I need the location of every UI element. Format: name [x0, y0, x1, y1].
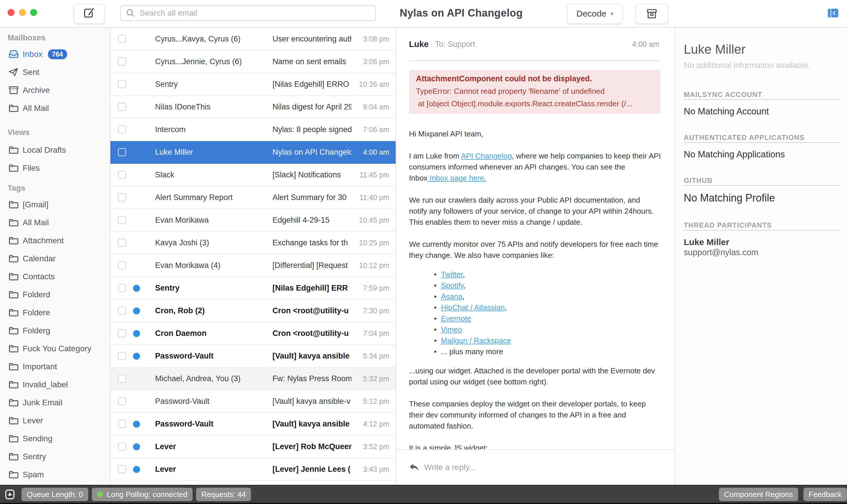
thread-checkbox[interactable] — [118, 171, 126, 179]
company-link[interactable]: Mailgun / Rackspace — [441, 336, 511, 345]
thread-list-row[interactable]: Alert Summary ReportAlert Summary for 30… — [110, 186, 395, 209]
thread-checkbox[interactable] — [118, 103, 126, 111]
sidebar-item-sending[interactable]: Sending — [0, 430, 110, 448]
thread-checkbox[interactable] — [118, 57, 126, 66]
reply-bar[interactable]: Write a reply... — [396, 449, 674, 485]
sidebar-item-all-mail[interactable]: All Mail — [0, 214, 110, 232]
close-window-button[interactable] — [7, 9, 15, 16]
thread-list-row[interactable]: IntercomNylas: 8 people signed7:06 am — [110, 119, 395, 141]
sidebar-item-sentry[interactable]: Sentry — [0, 448, 110, 466]
status-chip-component-regions[interactable]: Component Regions — [719, 488, 798, 501]
sidebar-item-folderd[interactable]: Folderd — [0, 286, 110, 304]
thread-list-row[interactable]: Password-Vault[Vault] kavya ansible-v5:1… — [110, 390, 395, 413]
thread-list-row[interactable]: Cyrus...Jennie, Cyrus (6)Name on sent em… — [110, 51, 395, 73]
thread-checkbox[interactable] — [118, 465, 126, 473]
thread-checkbox[interactable] — [118, 397, 126, 405]
minimize-window-button[interactable] — [19, 9, 26, 16]
thread-checkbox[interactable] — [118, 193, 126, 201]
thread-subject: Alert Summary for 30 — [272, 193, 351, 202]
search-input[interactable]: Search all email — [120, 5, 376, 21]
thread-list-row[interactable]: Nilas IDoneThisNilas digest for April 29… — [110, 96, 395, 119]
activity-icon[interactable] — [5, 489, 15, 500]
thread-checkbox[interactable] — [118, 443, 126, 451]
thread-list-row[interactable]: Cron DaemonCron <root@utility-u7:04 pm — [110, 322, 395, 345]
status-chip-feedback[interactable]: Feedback — [804, 488, 847, 501]
company-link[interactable]: HipChat / Atlassian — [441, 303, 505, 312]
sidebar-item-spam[interactable]: Spam — [0, 466, 110, 484]
search-placeholder: Search all email — [139, 8, 197, 18]
thread-checkbox[interactable] — [118, 125, 126, 133]
thread-list-row[interactable]: Lever[Lever] Rob McQueen3:52 pm — [110, 435, 395, 458]
thread-checkbox[interactable] — [118, 420, 126, 428]
zoom-window-button[interactable] — [30, 9, 37, 16]
thread-list-row[interactable]: Sentry[Nilas Edgehill] ERRO10:26 am — [110, 73, 395, 96]
thread-list-row[interactable]: Cron, Rob (2)Cron <root@utility-u7:30 pm — [110, 300, 395, 322]
thread-time: 4:00 am — [363, 148, 389, 157]
sidebar-item-important[interactable]: Important — [0, 358, 110, 376]
thread-list-row[interactable]: Slack[Slack] Notifications11:45 pm — [110, 164, 395, 186]
compose-button[interactable] — [74, 4, 105, 24]
companies-list-item: ... plus many more — [434, 346, 660, 357]
thread-list-row[interactable]: Kavya Joshi (3)Exchange tasks for th10:2… — [110, 232, 395, 254]
sidebar-item-sent[interactable]: Sent — [0, 63, 110, 81]
thread-checkbox[interactable] — [118, 329, 126, 337]
body-link[interactable]: Inbox page here. — [427, 174, 486, 182]
thread-checkbox[interactable] — [118, 307, 126, 315]
body-paragraph: Hi Mixpanel API team, — [409, 128, 660, 139]
company-link[interactable]: Vimeo — [441, 325, 462, 334]
section-divider — [684, 185, 840, 186]
sidebar-item-calendar[interactable]: Calendar — [0, 250, 110, 268]
thread-checkbox[interactable] — [118, 375, 126, 383]
thread-list-row[interactable]: Cyrus...Kavya, Cyrus (6)User encounterin… — [110, 28, 395, 51]
thread-checkbox[interactable] — [118, 284, 126, 292]
sidebar-item-attachment[interactable]: Attachment — [0, 232, 110, 250]
company-link[interactable]: Evernote — [441, 314, 471, 323]
thread-checkbox[interactable] — [118, 80, 126, 88]
thread-checkbox[interactable] — [118, 352, 126, 360]
thread-list-row[interactable]: Sentry[Nilas Edgehill] ERR7:59 pm — [110, 277, 395, 300]
thread-list-row[interactable]: Password-Vault[Vault] kavya ansible5:34 … — [110, 345, 395, 367]
thread-sender: Password-Vault — [155, 419, 268, 429]
thread-list-row[interactable]: Password-Vault[Vault] kavya ansible4:12 … — [110, 413, 395, 435]
sidebar-item-folderg[interactable]: Folderg — [0, 322, 110, 340]
sidebar-item-label: Invalid_label — [23, 380, 68, 389]
sidebar-item-files[interactable]: Files — [0, 159, 110, 177]
archive-icon — [646, 7, 658, 20]
body-paragraph: We currently monitor over 75 APIs and no… — [409, 239, 660, 261]
status-chip[interactable]: Requests: 44 — [196, 488, 251, 501]
decode-dropdown[interactable]: Decode ▾ — [567, 3, 623, 24]
sidebar-item-lever[interactable]: Lever — [0, 412, 110, 430]
archive-button[interactable] — [636, 3, 668, 24]
connection-status-dot — [97, 491, 103, 497]
sidebar-item-foldere[interactable]: Foldere — [0, 304, 110, 322]
thread-checkbox[interactable] — [118, 35, 126, 43]
sidebar-item-archive[interactable]: Archive — [0, 81, 110, 99]
company-link[interactable]: Asana — [441, 292, 462, 301]
sidebar-item-all-mail[interactable]: All Mail — [0, 99, 110, 117]
sidebar-item-junk-email[interactable]: Junk Email — [0, 394, 110, 412]
thread-checkbox[interactable] — [118, 261, 126, 269]
thread-list-row[interactable]: Luke MillerNylas on API Changelog4:00 am — [110, 141, 395, 164]
sidebar-item-invalid-label[interactable]: Invalid_label — [0, 376, 110, 394]
thread-list-row[interactable]: Michael, Andrea, You (3)Fw: Nylas Press … — [110, 367, 395, 390]
thread-checkbox[interactable] — [118, 216, 126, 224]
sidebar-item-fuck-you-category[interactable]: Fuck You Category — [0, 340, 110, 358]
thread-time: 10:26 am — [359, 80, 389, 89]
status-chip[interactable]: Long Polling: connected — [92, 488, 193, 501]
thread-list-row[interactable]: Lever[Lever] Jennie Lees (3:43 pm — [110, 458, 395, 481]
thread-list-row[interactable]: Evan MorikawaEdgehill 4-29-1510:45 pm — [110, 209, 395, 232]
status-chip[interactable]: Queue Length: 0 — [21, 488, 88, 501]
sidebar-item-contacts[interactable]: Contacts — [0, 268, 110, 286]
thread-checkbox[interactable] — [118, 148, 126, 156]
toggle-sidebar-panel-button[interactable] — [828, 9, 838, 17]
decode-label: Decode — [576, 9, 606, 19]
thread-list-row[interactable]: Evan Morikawa (4)[Differential] [Request… — [110, 254, 395, 277]
company-link[interactable]: Spotify — [441, 281, 463, 290]
sidebar-item-local-drafts[interactable]: Local Drafts — [0, 141, 110, 159]
thread-checkbox[interactable] — [118, 239, 126, 247]
sidebar-item--gmail-[interactable]: [Gmail] — [0, 196, 110, 214]
sidebar-item-inbox[interactable]: Inbox764 — [0, 45, 110, 63]
body-link[interactable]: API Changelog — [461, 151, 512, 160]
sidebar-item-label: Files — [23, 163, 40, 173]
company-link[interactable]: Twitter — [441, 270, 463, 279]
